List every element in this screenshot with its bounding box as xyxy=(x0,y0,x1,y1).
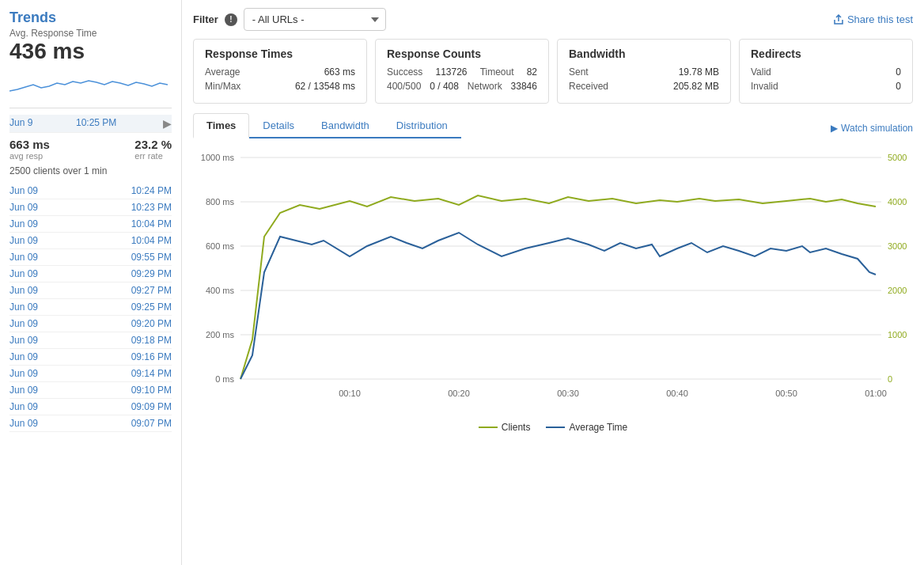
history-time: 09:18 PM xyxy=(131,335,172,346)
history-date: Jun 09 xyxy=(9,301,38,313)
history-item[interactable]: Jun 0910:24 PM xyxy=(9,183,172,199)
current-entry[interactable]: Jun 9 10:25 PM ▶ xyxy=(9,115,172,133)
rc-timeout-label: Timeout xyxy=(480,66,514,78)
filter-select[interactable]: - All URLs - xyxy=(244,8,386,31)
clients-line xyxy=(240,195,876,379)
legend-clients: Clients xyxy=(479,422,531,433)
rt-minmax-value: 62 / 13548 ms xyxy=(295,81,355,92)
play-icon: ▶ xyxy=(831,123,838,134)
history-item[interactable]: Jun 0909:20 PM xyxy=(9,316,172,332)
history-item[interactable]: Jun 0910:23 PM xyxy=(9,199,172,216)
rc-400-label: 400/500 xyxy=(387,81,421,92)
history-item[interactable]: Jun 0909:29 PM xyxy=(9,266,172,282)
history-date: Jun 09 xyxy=(9,252,38,263)
history-date: Jun 09 xyxy=(9,335,38,346)
rd-row-2: Invalid 0 xyxy=(751,81,901,92)
arrow-icon: ▶ xyxy=(163,117,172,130)
err-rate-label: err rate xyxy=(134,151,172,161)
svg-text:00:20: 00:20 xyxy=(448,389,470,398)
err-rate-stat: 23.2 % err rate xyxy=(134,138,172,161)
watch-sim-label: Watch simulation xyxy=(841,123,913,134)
rt-row-2: Min/Max 62 / 13548 ms xyxy=(205,81,355,92)
history-time: 09:10 PM xyxy=(131,385,172,396)
sparkline xyxy=(9,67,172,101)
tab-distribution[interactable]: Distribution xyxy=(383,113,461,137)
clients-legend-line xyxy=(479,427,498,428)
history-time: 09:16 PM xyxy=(131,351,172,362)
history-item[interactable]: Jun 0909:16 PM xyxy=(9,349,172,366)
rc-success-label: Success xyxy=(387,66,422,78)
history-item[interactable]: Jun 0909:27 PM xyxy=(9,282,172,299)
history-item[interactable]: Jun 0909:07 PM xyxy=(9,415,172,432)
rd-valid-label: Valid xyxy=(751,66,771,78)
history-item[interactable]: Jun 0909:14 PM xyxy=(9,366,172,382)
history-date: Jun 09 xyxy=(9,418,38,429)
svg-text:600 ms: 600 ms xyxy=(206,241,235,251)
share-link[interactable]: Share this test xyxy=(833,13,913,25)
rd-row-1: Valid 0 xyxy=(751,66,901,78)
svg-text:4000: 4000 xyxy=(888,197,907,207)
rc-network-label: Network xyxy=(468,81,502,92)
svg-text:200 ms: 200 ms xyxy=(206,330,235,339)
bw-sent-label: Sent xyxy=(569,66,589,78)
tab-bandwidth[interactable]: Bandwidth xyxy=(308,113,383,137)
avg-resp-stat: 663 ms avg resp xyxy=(9,138,50,161)
svg-text:400 ms: 400 ms xyxy=(206,286,235,295)
svg-text:0: 0 xyxy=(888,374,892,384)
svg-text:1000: 1000 xyxy=(888,330,907,339)
rt-minmax-label: Min/Max xyxy=(205,81,240,92)
response-times-card: Response Times Average 663 ms Min/Max 62… xyxy=(193,39,367,104)
history-time: 10:23 PM xyxy=(131,202,172,213)
filter-label: Filter xyxy=(193,13,218,25)
avg-time-legend-label: Average Time xyxy=(569,422,627,433)
svg-text:00:50: 00:50 xyxy=(775,389,797,398)
tab-details[interactable]: Details xyxy=(249,113,308,137)
history-time: 10:04 PM xyxy=(131,218,172,229)
history-item[interactable]: Jun 0910:04 PM xyxy=(9,233,172,249)
rt-avg-value: 663 ms xyxy=(324,66,355,78)
history-item[interactable]: Jun 0909:55 PM xyxy=(9,249,172,266)
history-item[interactable]: Jun 0909:09 PM xyxy=(9,399,172,415)
svg-text:2000: 2000 xyxy=(888,286,907,295)
history-date: Jun 09 xyxy=(9,401,38,412)
response-counts-card: Response Counts Success 113726 Timeout 8… xyxy=(375,39,549,104)
watch-simulation[interactable]: ▶ Watch simulation xyxy=(831,123,913,138)
avg-resp-value: 663 ms xyxy=(9,138,50,151)
bw-title: Bandwidth xyxy=(569,47,719,60)
history-time: 09:27 PM xyxy=(131,285,172,296)
avg-value: 436 ms xyxy=(9,39,172,64)
trends-title: Trends xyxy=(9,9,172,26)
rc-row-1: Success 113726 Timeout 82 xyxy=(387,66,537,78)
svg-text:1000 ms: 1000 ms xyxy=(201,153,235,162)
rd-valid-value: 0 xyxy=(896,66,901,78)
filter-info-icon: ! xyxy=(225,13,237,26)
history-item[interactable]: Jun 0910:04 PM xyxy=(9,216,172,233)
chart-container: 1000 ms 800 ms 600 ms 400 ms 200 ms 0 ms… xyxy=(193,142,913,433)
history-time: 09:55 PM xyxy=(131,252,172,263)
avg-time-line xyxy=(240,233,876,379)
rc-network-value: 33846 xyxy=(511,81,537,92)
rc-400-value: 0 / 408 xyxy=(430,81,459,92)
history-date: Jun 09 xyxy=(9,385,38,396)
history-date: Jun 09 xyxy=(9,368,38,379)
tab-times[interactable]: Times xyxy=(193,113,249,138)
avg-resp-label: avg resp xyxy=(9,151,50,161)
svg-text:0 ms: 0 ms xyxy=(215,374,234,384)
current-time: 10:25 PM xyxy=(76,117,116,130)
svg-text:5000: 5000 xyxy=(888,153,907,162)
rd-invalid-label: Invalid xyxy=(751,81,778,92)
sidebar: Trends Avg. Response Time 436 ms Jun 9 1… xyxy=(0,0,182,565)
avg-label: Avg. Response Time xyxy=(9,28,172,39)
svg-text:800 ms: 800 ms xyxy=(206,197,235,207)
history-list: Jun 0910:24 PMJun 0910:23 PMJun 0910:04 … xyxy=(9,183,172,432)
history-item[interactable]: Jun 0909:18 PM xyxy=(9,332,172,349)
history-item[interactable]: Jun 0909:25 PM xyxy=(9,299,172,316)
filter-row: Filter ! - All URLs - xyxy=(193,8,386,31)
history-time: 10:04 PM xyxy=(131,235,172,246)
divider xyxy=(9,108,172,115)
avg-time-legend-line xyxy=(546,427,565,428)
svg-text:00:40: 00:40 xyxy=(666,389,688,398)
history-item[interactable]: Jun 0909:10 PM xyxy=(9,382,172,399)
err-rate-value: 23.2 % xyxy=(134,138,172,151)
bw-row-2: Received 205.82 MB xyxy=(569,81,719,92)
